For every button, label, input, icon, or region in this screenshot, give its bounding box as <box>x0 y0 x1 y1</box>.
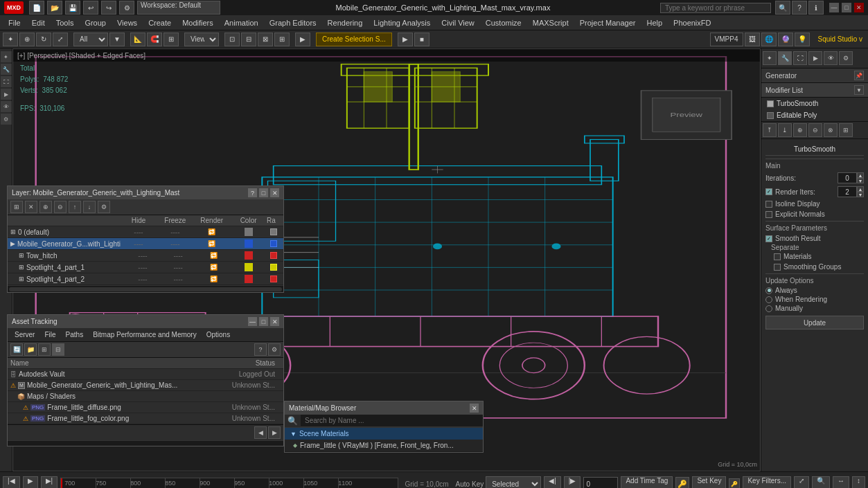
menu-customize[interactable]: Customize <box>480 17 527 28</box>
layers-close-btn[interactable]: ✕ <box>270 188 279 197</box>
update-button[interactable]: Update <box>765 316 864 329</box>
create-selection-btn[interactable]: Create Selection S... <box>316 33 392 46</box>
modifier-params-scroll[interactable]: TurboSmooth Main Iterations: ▲ ▼ <box>761 139 868 471</box>
asset-minimize-btn[interactable]: — <box>248 317 257 326</box>
iterations-up[interactable]: ▲ <box>857 172 864 178</box>
add-time-tag-btn[interactable]: Add Time Tag <box>621 476 673 488</box>
create-icon[interactable]: ✦ <box>763 51 777 65</box>
editable-poly-check[interactable] <box>767 112 774 119</box>
iterations-down[interactable]: ▼ <box>857 178 864 183</box>
timeline[interactable]: 700 750 800 850 900 950 1000 1050 1100 <box>60 478 398 488</box>
mat-editor-btn[interactable]: 🔮 <box>778 33 793 46</box>
key-filters-btn[interactable]: Key Filters... <box>743 476 791 488</box>
material-item-0[interactable]: ◆ Frame_little ( VRayMtl ) [Frame, Front… <box>285 440 483 452</box>
menu-edit[interactable]: Edit <box>26 17 51 28</box>
asset-rows[interactable]: 🗄 Autodesk Vault Logged Out ⚠ M Mobile_G… <box>8 369 283 424</box>
menu-create[interactable]: Create <box>143 17 177 28</box>
display-tab[interactable]: 👁 <box>1 101 12 112</box>
layer-row-0[interactable]: ⊞ 0 (default) ---- ---- 🔁 <box>8 226 283 238</box>
rp-icon2[interactable]: ⤓ <box>778 123 792 137</box>
smooth-result-check[interactable] <box>765 235 772 242</box>
modifier-dropdown-btn[interactable]: ▼ <box>854 85 864 95</box>
redo-btn[interactable]: ↪ <box>101 1 116 15</box>
render-iters-input[interactable] <box>838 186 857 197</box>
asset-menu-file[interactable]: File <box>40 329 60 340</box>
nav-btn1[interactable]: ⤢ <box>794 476 809 488</box>
menu-rendering[interactable]: Rendering <box>322 17 369 28</box>
menu-group[interactable]: Group <box>79 17 112 28</box>
global-search-input[interactable] <box>660 3 771 13</box>
viewport-btn3[interactable]: ⊠ <box>258 33 273 46</box>
settings-btn[interactable]: ⚙ <box>119 1 134 15</box>
asset-row-max[interactable]: ⚠ M Mobile_Generator_Generic_with_Lighti… <box>8 380 283 391</box>
layers-tb6[interactable]: ↓ <box>83 201 96 213</box>
save-btn[interactable]: 💾 <box>65 1 80 15</box>
modifier-editable-poly[interactable]: Editable Poly <box>761 109 868 121</box>
always-radio[interactable] <box>765 287 772 294</box>
motion-icon[interactable]: ▶ <box>808 51 822 65</box>
light-btn[interactable]: 💡 <box>795 33 810 46</box>
next-key-btn[interactable]: |▶ <box>564 476 581 488</box>
undo-btn[interactable]: ↩ <box>83 1 98 15</box>
close-btn[interactable]: ✕ <box>854 3 864 12</box>
asset-menu-paths[interactable]: Paths <box>62 329 88 340</box>
modify-icon[interactable]: 🔧 <box>778 51 792 65</box>
utilities-tab[interactable]: ⚙ <box>1 114 12 125</box>
asset-scrollbar[interactable] <box>8 440 283 446</box>
prev-frame-btn[interactable]: |◀ <box>3 476 20 488</box>
turbosmooth-check[interactable] <box>767 100 774 107</box>
layers-minimize-btn[interactable]: ? <box>248 188 257 197</box>
asset-tb2[interactable]: 📁 <box>24 343 37 356</box>
render-iters-up[interactable]: ▲ <box>857 186 864 192</box>
asset-tb3[interactable]: ⊞ <box>38 343 51 356</box>
material-close-btn[interactable]: ✕ <box>470 404 479 413</box>
menu-maxscript[interactable]: MAXScript <box>527 17 574 28</box>
viewport-btn4[interactable]: ⊞ <box>274 33 290 46</box>
layers-tb1[interactable]: ⊞ <box>10 201 23 213</box>
menu-file[interactable]: File <box>3 17 26 28</box>
layers-list[interactable]: ⊞ 0 (default) ---- ---- 🔁 ▶ Mobile_Gener… <box>8 226 283 285</box>
workspace-dropdown[interactable]: Workspace: Default <box>137 1 220 15</box>
when-rendering-radio[interactable] <box>765 296 772 303</box>
iterations-input[interactable] <box>838 172 857 183</box>
layers-tb4[interactable]: ⊖ <box>54 201 67 213</box>
asset-help-btn[interactable]: ? <box>254 343 267 356</box>
hierarchy-tab[interactable]: ⛶ <box>1 76 12 87</box>
asset-bottom-btn2[interactable]: ▶ <box>268 426 281 439</box>
layer-row-3[interactable]: ⊞ Spotlight_4_part_1 ---- ---- 🔁 <box>8 262 283 273</box>
nav-btn2[interactable]: 🔍 <box>812 476 830 488</box>
menu-modifiers[interactable]: Modifiers <box>177 17 219 28</box>
pin-btn[interactable]: 📌 <box>854 71 864 80</box>
menu-help[interactable]: Help <box>641 17 668 28</box>
env-btn[interactable]: 🌐 <box>761 33 777 46</box>
move-btn[interactable]: ⊕ <box>19 33 35 46</box>
next-frame-btn[interactable]: ▶| <box>41 476 58 488</box>
minimize-btn[interactable]: — <box>829 3 839 12</box>
iterations-spinner[interactable]: ▲ ▼ <box>838 172 864 183</box>
play-anim-btn[interactable]: ▶ <box>23 476 38 488</box>
materials-check[interactable] <box>774 253 781 260</box>
rp-icon5[interactable]: ⊗ <box>824 123 838 137</box>
menu-graph-editors[interactable]: Graph Editors <box>264 17 322 28</box>
asset-menu-options[interactable]: Options <box>202 329 234 340</box>
explicit-normals-check[interactable] <box>765 211 772 218</box>
snap3-btn[interactable]: ⊞ <box>163 33 179 46</box>
view-dropdown[interactable]: View <box>184 33 219 46</box>
util-icon[interactable]: ⚙ <box>839 51 853 65</box>
rp-icon6[interactable]: ⊞ <box>839 123 853 137</box>
asset-row-vault[interactable]: 🗄 Autodesk Vault Logged Out <box>8 369 283 380</box>
select-btn[interactable]: ✦ <box>3 33 18 46</box>
menu-lighting-analysis[interactable]: Lighting Analysis <box>368 17 436 28</box>
time-input[interactable] <box>583 477 618 488</box>
render-frame-btn[interactable]: 🖼 <box>745 33 760 46</box>
snap-btn[interactable]: 📐 <box>130 33 145 46</box>
render-iters-down[interactable]: ▼ <box>857 192 864 197</box>
menu-phoenixfd[interactable]: PhoenixFD <box>668 17 716 28</box>
isoline-check[interactable] <box>765 201 772 208</box>
about-btn[interactable]: ℹ <box>808 1 824 15</box>
new-btn[interactable]: 📄 <box>29 1 44 15</box>
asset-tb4[interactable]: ⊟ <box>52 343 64 356</box>
display-icon[interactable]: 👁 <box>824 51 838 65</box>
layers-tb5[interactable]: ↑ <box>69 201 81 213</box>
layer-row-1[interactable]: ▶ Mobile_Generator_G...with_Lightin ✓ --… <box>8 238 283 250</box>
